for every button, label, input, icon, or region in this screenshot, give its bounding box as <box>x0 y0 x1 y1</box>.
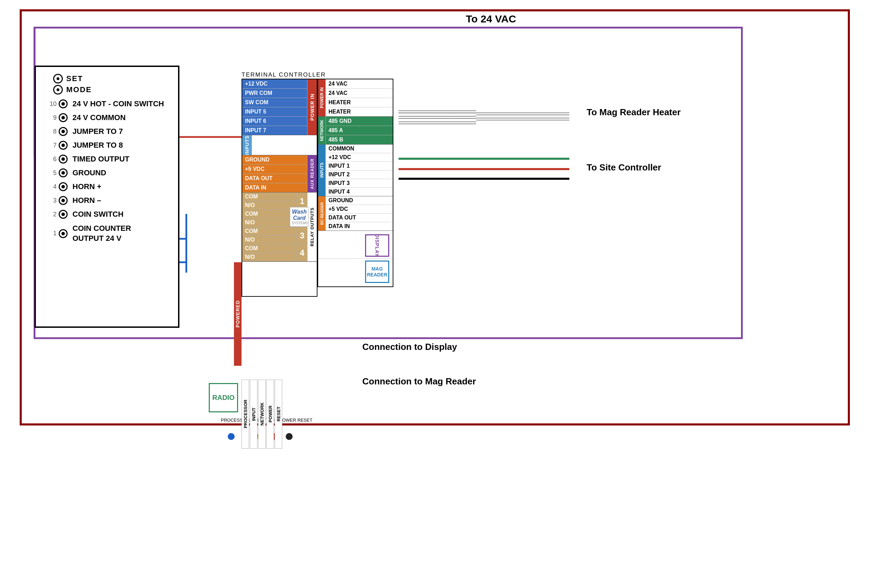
ctrl-row-12vdc: +12 VDC <box>242 80 307 88</box>
ctrl-row-5vdc: +5 VDC <box>242 165 307 174</box>
set-mode-area: SET MODE <box>53 74 171 96</box>
network-text: NETWORK <box>260 402 265 426</box>
site-controller-label: To Site Controller <box>586 162 661 173</box>
right-input3: INPUT 3 <box>326 179 393 188</box>
relay-4-no: N/O <box>242 253 297 261</box>
terminal-circle-5 <box>58 168 68 177</box>
relay-1-com: COM <box>242 192 297 201</box>
relay-num-3: 3 <box>300 231 304 240</box>
relay-3-com: COM <box>242 227 297 236</box>
right-bc-datain: DATA IN <box>326 222 393 231</box>
power-in-rows: +12 VDC PWR COM SW COM INPUT 5 INPUT 6 I… <box>242 80 307 135</box>
relay-4-num: 4 <box>297 244 307 261</box>
terminal-row-6: 6 TIMED OUTPUT <box>46 154 171 164</box>
mode-row: MODE <box>53 85 92 94</box>
terminal-label-8: JUMPER TO 7 <box>72 127 123 136</box>
ctrl-row-input6: INPUT 6 <box>242 117 307 126</box>
ctrl-row-dataout: DATA OUT <box>242 174 307 183</box>
relay-group-3: COM N/O 3 <box>242 227 307 244</box>
ctrl-row-ground: GROUND <box>242 155 307 165</box>
inputs-label: INPUTS <box>244 135 250 155</box>
terminal-num-6: 6 <box>46 156 57 163</box>
ctrl-row-pwrcom: PWR COM <box>242 88 307 98</box>
right-network-label: NETWORK <box>320 120 324 141</box>
terminal-num-2: 2 <box>46 211 57 218</box>
right-inputs-rows: COMMON +12 VDC INPUT 1 INPUT 2 INPUT 3 I… <box>326 145 393 196</box>
mode-label: MODE <box>66 85 92 94</box>
relay-2-com: COM <box>242 210 297 218</box>
right-power-rows: 24 VAC 24 VAC HEATER HEATER <box>326 80 393 116</box>
terminal-box: SET MODE 10 24 V HOT - COIN SWITCH 9 24 … <box>34 66 179 328</box>
right-bc-ground: GROUND <box>326 196 393 205</box>
relay-outputs-label: RELAY OUTPUTS <box>310 207 315 246</box>
proc-label: PROCESSOR <box>221 417 238 423</box>
right-12vdc: +12 VDC <box>326 153 393 162</box>
power-in-label: POWER IN <box>309 93 315 121</box>
right-bc-5vdc: +5 VDC <box>326 205 393 214</box>
terminal-label-2: COIN SWITCH <box>72 210 123 219</box>
terminal-circle-8 <box>58 127 68 136</box>
set-knob <box>53 74 63 84</box>
mode-knob <box>53 85 63 94</box>
right-bc-dataout: DATA OUT <box>326 214 393 222</box>
terminal-row-3: 3 HORN – <box>46 196 171 205</box>
vac-label: To 24 VAC <box>466 13 516 25</box>
terminal-row-1: 1 COIN COUNTEROUTPUT 24 V <box>46 224 171 243</box>
powered-label-bar: POWERED <box>234 262 242 366</box>
terminal-label-9: 24 V COMMON <box>72 113 126 122</box>
washcard-text: WashCard <box>292 209 307 221</box>
ctrl-row-input7: INPUT 7 <box>242 126 307 135</box>
aux-reader-side-label: AUX READER <box>307 155 317 192</box>
mag-reader-conn-row: MAGREADER <box>318 259 393 286</box>
radio-placeholder <box>242 262 317 296</box>
led-reset <box>286 433 292 440</box>
mag-heater-label: To Mag Reader Heater <box>586 107 681 118</box>
terminal-row-5: 5 GROUND <box>46 168 171 177</box>
led-processor <box>228 433 235 440</box>
set-label: SET <box>66 74 83 83</box>
display-box: DISPLAY <box>365 234 389 257</box>
terminal-circle-1 <box>58 229 68 238</box>
terminal-circle-3 <box>58 196 68 205</box>
right-inputs-label: INPUTS <box>320 162 324 178</box>
terminal-num-9: 9 <box>46 114 57 122</box>
terminal-label-4: HORN + <box>72 182 102 191</box>
radio-label: RADIO <box>212 394 234 402</box>
power-in-side-label: POWER IN <box>307 80 317 135</box>
right-power-side: POWER IN <box>318 80 326 116</box>
terminal-label-1: COIN COUNTEROUTPUT 24 V <box>72 224 131 243</box>
right-bc-label: BC READER <box>320 202 324 225</box>
reset-text: RESET <box>276 406 281 422</box>
terminal-circle-7 <box>58 141 68 150</box>
relay-1-no: N/O <box>242 201 297 210</box>
right-bc-side: BC READER <box>318 196 326 231</box>
washcard-logo: WashCard SYSTEMS <box>290 207 309 227</box>
relay-group-4: COM N/O 4 <box>242 244 307 261</box>
right-input4: INPUT 4 <box>326 188 393 196</box>
terminal-row-8: 8 JUMPER TO 7 <box>46 127 171 136</box>
ctrl-row-swcom: SW COM <box>242 98 307 107</box>
ctrl-row-input5: INPUT 5 <box>242 107 307 117</box>
terminal-row-2: 2 COIN SWITCH <box>46 210 171 219</box>
terminal-circle-2 <box>58 210 68 219</box>
right-power-label: POWER IN <box>320 87 324 108</box>
terminal-num-3: 3 <box>46 197 57 204</box>
terminal-num-7: 7 <box>46 142 57 149</box>
display-conn-row: DISPLAY <box>318 231 393 259</box>
mag-reader-box: MAGREADER <box>365 261 389 283</box>
terminal-num-8: 8 <box>46 128 57 135</box>
relay-num-4: 4 <box>300 248 304 258</box>
radio-box: RADIO <box>209 383 238 412</box>
aux-reader-label: AUX READER <box>310 158 315 189</box>
inputs-side-section: INPUTS <box>242 135 317 155</box>
terminal-row-10: 10 24 V HOT - COIN SWITCH <box>46 99 171 108</box>
terminal-label-7: JUMPER TO 8 <box>72 141 123 150</box>
right-bc-section: BC READER GROUND +5 VDC DATA OUT DATA IN <box>318 196 393 231</box>
relay-3-no: N/O <box>242 236 297 244</box>
terminal-circle-6 <box>58 154 68 164</box>
power-text: POWER <box>268 405 273 422</box>
terminal-circle-10 <box>58 99 68 108</box>
aux-reader-rows: GROUND +5 VDC DATA OUT DATA IN <box>242 155 307 192</box>
terminal-label-10: 24 V HOT - COIN SWITCH <box>72 99 164 108</box>
input-vert-label: INPUT <box>250 380 257 448</box>
